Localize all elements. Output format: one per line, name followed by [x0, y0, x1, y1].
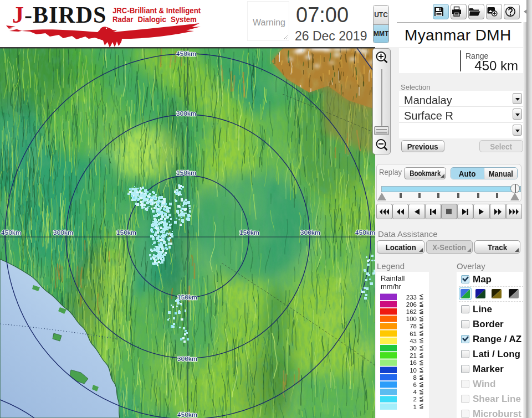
- svg-text:450km: 450km: [176, 50, 196, 57]
- svg-text:300km: 300km: [300, 229, 320, 236]
- svg-text:450km: 450km: [1, 229, 21, 236]
- svg-text:233: 233: [406, 294, 417, 301]
- svg-text:4: 4: [413, 389, 417, 395]
- svg-text:2: 2: [413, 396, 417, 402]
- svg-text:6: 6: [413, 381, 417, 388]
- svg-text:450km: 450km: [355, 229, 375, 236]
- svg-text:8: 8: [413, 374, 417, 381]
- svg-text:150km: 150km: [116, 229, 136, 236]
- svg-text:1: 1: [413, 404, 417, 410]
- svg-text:30: 30: [410, 345, 417, 352]
- svg-text:206: 206: [406, 301, 417, 308]
- svg-text:21: 21: [410, 352, 417, 359]
- svg-text:450km: 450km: [177, 411, 197, 418]
- svg-text:300km: 300km: [53, 229, 73, 236]
- svg-text:300km: 300km: [176, 110, 196, 117]
- svg-text:150km: 150km: [239, 229, 259, 236]
- svg-text:43: 43: [410, 338, 417, 344]
- svg-text:16: 16: [410, 359, 417, 366]
- svg-text:162: 162: [406, 308, 417, 315]
- svg-text:150km: 150km: [176, 169, 196, 176]
- svg-text:100: 100: [406, 316, 417, 322]
- svg-text:300km: 300km: [177, 355, 197, 362]
- svg-text:61: 61: [410, 331, 417, 337]
- svg-text:10: 10: [410, 367, 417, 374]
- svg-text:78: 78: [410, 323, 417, 329]
